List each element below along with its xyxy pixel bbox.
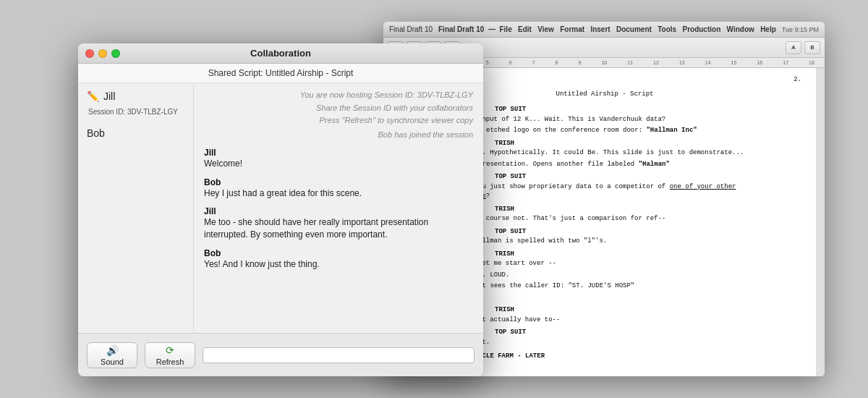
user-jill-icon: ✏️ bbox=[87, 90, 99, 102]
msg-text-0: Welcome! bbox=[204, 158, 473, 170]
collab-user-jill: ✏️ Jill bbox=[87, 90, 184, 102]
toolbar-btn-5[interactable]: A bbox=[786, 41, 801, 54]
sound-button[interactable]: 🔊 Sound bbox=[87, 342, 137, 368]
close-button[interactable] bbox=[85, 49, 94, 58]
hosting-line2: Share the Session ID with your collabora… bbox=[204, 102, 473, 115]
char-3: TOP SUIT bbox=[495, 172, 801, 182]
collab-sidebar: ✏️ Jill Session ID: 3DV-TLBZ-LGY Bob bbox=[78, 83, 194, 333]
script-window-title: Final Draft 10 bbox=[389, 25, 433, 33]
char-1: TOP SUIT bbox=[495, 105, 801, 115]
char-2: TRISH bbox=[495, 139, 801, 149]
msg-sender-0: Jill bbox=[204, 148, 473, 158]
refresh-button[interactable]: ⟳ Refresh bbox=[145, 342, 195, 368]
maximize-button[interactable] bbox=[111, 49, 120, 58]
msg-text-2: Me too - she should have her really impo… bbox=[204, 216, 473, 241]
dial-5: And Hallman is spelled with two "l"'s. bbox=[459, 237, 751, 247]
traffic-lights bbox=[85, 49, 120, 58]
dial-1: Throughput of 12 K... Wait. This is Vand… bbox=[459, 115, 751, 125]
msg-text-1: Hey I just had a great idea for this sce… bbox=[204, 187, 473, 200]
dial-7: I might actually have to-- bbox=[459, 316, 751, 326]
char-5: TOP SUIT bbox=[495, 227, 801, 237]
sound-icon: 🔊 bbox=[106, 344, 119, 356]
collab-messages: Jill Welcome! Bob Hey I just had a great… bbox=[194, 143, 483, 333]
session-id-label: Session ID: 3DV-TLBZ-LGY bbox=[87, 108, 184, 116]
bob-joined-notice: Bob has joined the session bbox=[194, 130, 483, 143]
msg-sender-1: Bob bbox=[204, 177, 473, 187]
message-1: Bob Hey I just had a great idea for this… bbox=[204, 177, 473, 200]
shared-script-header: Shared Script: Untitled Airship - Script bbox=[78, 64, 483, 83]
collab-body: ✏️ Jill Session ID: 3DV-TLBZ-LGY Bob You… bbox=[78, 83, 483, 333]
dial-6: Just let me start over -- bbox=[459, 259, 751, 269]
user-jill-name: Jill bbox=[103, 90, 115, 102]
msg-sender-3: Bob bbox=[204, 248, 473, 258]
dial-2: Well... Hypothetically. It could Be. Thi… bbox=[459, 148, 751, 158]
collab-titlebar: Collaboration bbox=[78, 43, 483, 64]
message-input[interactable] bbox=[203, 347, 475, 363]
char-8: TOP SUIT bbox=[495, 328, 801, 338]
message-2: Jill Me too - she should have her really… bbox=[204, 206, 473, 241]
toolbar-btn-6[interactable]: B bbox=[804, 41, 820, 54]
collab-main: You are now hosting Session ID: 3DV-TLBZ… bbox=[194, 83, 483, 333]
script-titlebar: Final Draft 10 Final Draft 10 — File Edi… bbox=[383, 22, 825, 38]
hosting-line1: You are now hosting Session ID: 3DV-TLBZ… bbox=[204, 89, 473, 102]
script-clock: Tue 9:15 PM bbox=[782, 26, 819, 33]
message-3: Bob Yes! And I know just the thing. bbox=[204, 248, 473, 271]
hosting-line3: Press "Refresh" to synchronize viewer co… bbox=[204, 114, 473, 127]
msg-sender-2: Jill bbox=[204, 206, 473, 216]
char-7: TRISH bbox=[495, 305, 801, 316]
dial-8: Get out. bbox=[459, 338, 751, 348]
sound-label: Sound bbox=[101, 357, 124, 366]
refresh-label: Refresh bbox=[156, 357, 184, 366]
minimize-button[interactable] bbox=[98, 49, 107, 58]
collab-window-title: Collaboration bbox=[250, 48, 311, 59]
hosting-info: You are now hosting Session ID: 3DV-TLBZ… bbox=[194, 83, 483, 130]
collaboration-window: Collaboration Shared Script: Untitled Ai… bbox=[78, 43, 483, 376]
dial-3: Did you just show proprietary data to a … bbox=[459, 182, 751, 202]
msg-text-3: Yes! And I know just the thing. bbox=[204, 258, 473, 271]
script-scrollbar[interactable] bbox=[816, 68, 825, 376]
refresh-icon: ⟳ bbox=[166, 344, 174, 356]
user-bob-name: Bob bbox=[87, 127, 105, 139]
dial-4: No. Of course not. That's just a compari… bbox=[459, 214, 751, 224]
char-4: TRISH bbox=[495, 205, 801, 215]
message-0: Jill Welcome! bbox=[204, 148, 473, 170]
script-menu-label: Final Draft 10 — File Edit View Format I… bbox=[433, 25, 782, 33]
char-6: TRISH bbox=[495, 250, 801, 260]
collab-user-bob: Bob bbox=[87, 127, 184, 139]
collab-footer: 🔊 Sound ⟳ Refresh bbox=[78, 333, 483, 376]
